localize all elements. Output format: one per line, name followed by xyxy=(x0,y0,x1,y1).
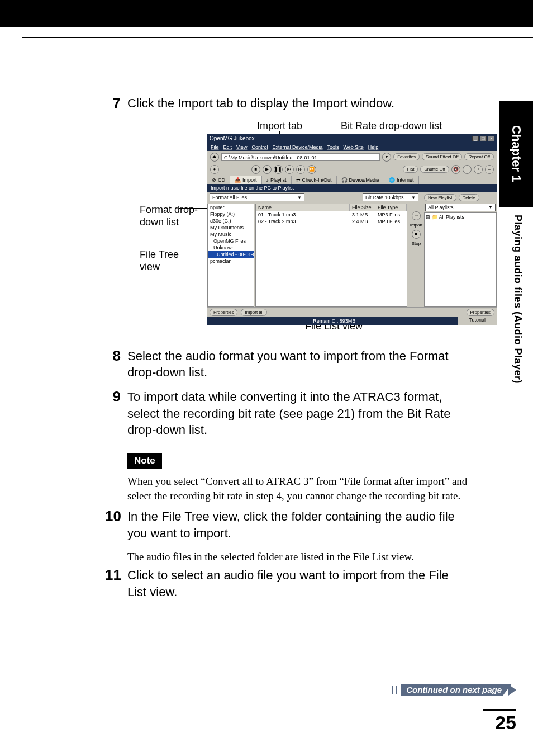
tree-item[interactable]: OpenMG Files xyxy=(208,238,254,244)
tree-item[interactable]: pcmaclan xyxy=(208,258,254,264)
path-row: ⏏ C:\My Music\Unknown\Untitled - 08-01-0… xyxy=(207,151,497,163)
chevron-down-icon: ▼ xyxy=(488,205,493,210)
tutorial-text: Tutorial xyxy=(458,317,497,325)
tab-import-label: Import xyxy=(242,177,257,183)
bitrate-dropdown[interactable]: Bit Rate 105kbps ▼ xyxy=(363,193,418,201)
tree-item[interactable]: nputer xyxy=(208,204,254,211)
stop-label: Stop xyxy=(412,241,421,246)
flat-pill[interactable]: Flat xyxy=(403,166,418,173)
tree-item[interactable]: Floppy (A:) xyxy=(208,211,254,218)
path-field[interactable]: C:\My Music\Unknown\Untitled - 08-01-01 xyxy=(221,153,380,161)
fwd-icon[interactable]: ⏩ xyxy=(307,165,316,174)
titlebar: OpenMG Jukebox _ □ × xyxy=(207,134,497,143)
file-tree-pane[interactable]: nputer Floppy (A:) d30e (C:) My Document… xyxy=(207,204,254,307)
new-playlist-button[interactable]: New Playlist xyxy=(424,194,456,201)
tab-internet[interactable]: 🌐 Internet xyxy=(384,176,419,184)
menu-external[interactable]: External Device/Media xyxy=(272,144,322,150)
page-number: 25 xyxy=(483,709,516,734)
prev-icon[interactable]: ⏮ xyxy=(285,165,294,174)
play-icon[interactable]: ▶ xyxy=(263,165,272,174)
col-name[interactable]: Name xyxy=(256,204,350,211)
menu-website[interactable]: Web Site xyxy=(343,144,363,150)
step-number: 10 xyxy=(105,508,127,541)
tab-checkinout[interactable]: ⇄ Check-In/Out xyxy=(292,176,337,184)
file-row[interactable]: 01 - Track 1.mp3 3.1 MB MP3 Files xyxy=(256,211,407,218)
properties-button[interactable]: Properties xyxy=(210,309,237,316)
menu-tools[interactable]: Tools xyxy=(327,144,339,150)
tab-playlist[interactable]: ♪ Playlist xyxy=(262,176,292,184)
rec-icon[interactable]: ● xyxy=(210,165,219,174)
repeat-pill[interactable]: Repeat Off xyxy=(464,153,494,160)
vol-down-icon[interactable]: − xyxy=(463,165,472,174)
format-label: Format xyxy=(212,195,229,200)
eject-icon[interactable]: ⏏ xyxy=(210,153,219,162)
vol-up-icon[interactable]: + xyxy=(474,165,483,174)
import-buttons-col: → Import ■ Stop xyxy=(408,204,424,307)
minimize-button[interactable]: _ xyxy=(472,136,479,141)
bitrate-value: 105kbps xyxy=(385,195,404,200)
stop-button[interactable]: ■ xyxy=(412,230,421,239)
tab-import[interactable]: 📥 Import xyxy=(230,176,262,184)
shuffle-pill[interactable]: Shuffle Off xyxy=(420,166,449,173)
step-number: 9 xyxy=(105,389,127,438)
format-dropdown[interactable]: Format All Files ▼ xyxy=(210,193,304,201)
close-button[interactable]: × xyxy=(488,136,494,141)
menu-control[interactable]: Control xyxy=(251,144,268,150)
tab-cd[interactable]: ⊘ CD xyxy=(207,176,230,184)
col-size[interactable]: File Size xyxy=(350,204,375,211)
maximize-button[interactable]: □ xyxy=(480,136,487,141)
step-7: 7 Click the Import tab to display the Im… xyxy=(105,95,458,112)
menu-help[interactable]: Help xyxy=(368,144,379,150)
import-subheader: Import music file on the PC to Playlist xyxy=(207,184,497,192)
stop-icon[interactable]: ■ xyxy=(251,165,260,174)
all-playlists-label: All Playlists xyxy=(428,205,454,210)
file-list-pane[interactable]: Name File Size File Type 01 - Track 1.mp… xyxy=(255,204,407,307)
callout-filetree: File Tree view xyxy=(140,248,201,273)
step-text: Select the audio format you want to impo… xyxy=(127,348,458,381)
col-type[interactable]: File Type xyxy=(375,204,407,211)
tab-device[interactable]: 🎧 Device/Media xyxy=(337,176,385,184)
file-row[interactable]: 02 - Track 2.mp3 2.4 MB MP3 Files xyxy=(256,218,407,225)
step-text: In the File Tree view, click the folder … xyxy=(127,508,458,541)
file-name: 02 - Track 2.mp3 xyxy=(256,218,350,225)
step-number: 7 xyxy=(105,95,127,112)
callout-format: Format drop-down list xyxy=(140,204,201,229)
file-size: 3.1 MB xyxy=(350,211,375,218)
pause-icon[interactable]: ❚❚ xyxy=(274,165,283,174)
playlists-dropdown[interactable]: All Playlists ▼ xyxy=(425,204,496,211)
eq-icon[interactable]: ≡ xyxy=(485,165,494,174)
tree-item[interactable]: My Documents xyxy=(208,224,254,231)
favorites-pill[interactable]: Favorites xyxy=(393,153,420,160)
callout-filetree-text: File Tree view xyxy=(140,249,179,273)
tree-item[interactable]: My Music xyxy=(208,231,254,238)
next-icon[interactable]: ⏭ xyxy=(296,165,305,174)
playlist-tree[interactable]: ⊟ 📁 All Playlists xyxy=(424,212,497,307)
tree-item[interactable]: d30e (C:) xyxy=(208,218,254,224)
import-all-button[interactable]: Import all xyxy=(241,309,267,316)
format-value: All Files xyxy=(230,195,248,200)
file-type: MP3 Files xyxy=(375,211,407,218)
header-rule xyxy=(22,27,533,38)
dropdown-icon[interactable]: ▾ xyxy=(382,153,391,162)
menu-file[interactable]: File xyxy=(211,144,219,150)
chapter-label: Chapter 1 xyxy=(499,101,533,207)
step-9: 9 To import data while converting it int… xyxy=(105,389,458,438)
side-tab: Chapter 1 Playing audio files (Audio Pla… xyxy=(499,101,533,459)
figure-import-window: Import tab Bit Rate drop-down list Forma… xyxy=(106,120,480,338)
tree-item-selected[interactable]: Untitled - 08-01-01 xyxy=(208,251,254,258)
menu-view[interactable]: View xyxy=(236,144,247,150)
tree-item[interactable]: Unknown xyxy=(208,244,254,251)
delete-button[interactable]: Delete xyxy=(459,194,479,201)
banner-bars-icon xyxy=(392,686,397,694)
step-text: Click the Import tab to display the Impo… xyxy=(127,95,458,112)
bitrate-label: Bit Rate xyxy=(365,195,383,200)
menu-edit[interactable]: Edit xyxy=(223,144,232,150)
sound-effect-pill[interactable]: Sound Effect Off xyxy=(422,153,462,160)
properties-button-right[interactable]: Properties xyxy=(467,309,494,316)
page-content: 7 Click the Import tab to display the Im… xyxy=(34,95,480,608)
import-button[interactable]: → xyxy=(412,211,421,220)
mute-icon[interactable]: 🔇 xyxy=(451,165,460,174)
chevron-down-icon: ▼ xyxy=(297,195,302,200)
app-window: OpenMG Jukebox _ □ × File Edit View Cont… xyxy=(207,134,497,301)
import-label: Import xyxy=(410,223,423,228)
